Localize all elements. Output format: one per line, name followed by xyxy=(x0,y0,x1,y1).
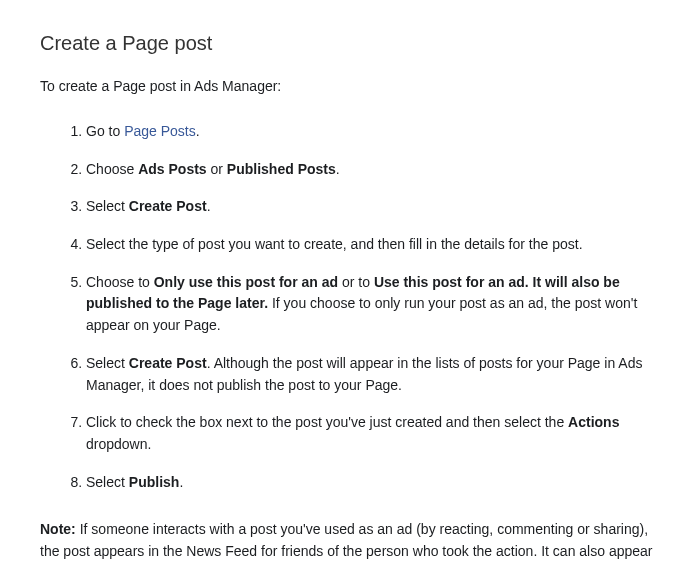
step-text-mid: or to xyxy=(338,274,374,290)
step-7: Click to check the box next to the post … xyxy=(86,412,654,455)
page-title: Create a Page post xyxy=(40,28,654,58)
step-text: Click to check the box next to the post … xyxy=(86,414,568,430)
create-post-bold: Create Post xyxy=(129,198,207,214)
ads-posts-bold: Ads Posts xyxy=(138,161,206,177)
step-8: Select Publish. xyxy=(86,472,654,494)
step-text-suffix: . xyxy=(196,123,200,139)
page-posts-link[interactable]: Page Posts xyxy=(124,123,196,139)
step-text: Choose xyxy=(86,161,138,177)
step-5: Choose to Only use this post for an ad o… xyxy=(86,272,654,337)
actions-bold: Actions xyxy=(568,414,619,430)
note-paragraph: Note: If someone interacts with a post y… xyxy=(40,519,654,567)
step-text-mid: or xyxy=(207,161,227,177)
note-text: If someone interacts with a post you've … xyxy=(40,521,652,567)
published-posts-bold: Published Posts xyxy=(227,161,336,177)
step-6: Select Create Post. Although the post wi… xyxy=(86,353,654,396)
step-text-suffix: . xyxy=(179,474,183,490)
create-post-bold-2: Create Post xyxy=(129,355,207,371)
steps-list: Go to Page Posts. Choose Ads Posts or Pu… xyxy=(40,121,654,493)
step-text: Select the type of post you want to crea… xyxy=(86,236,583,252)
only-use-bold: Only use this post for an ad xyxy=(154,274,338,290)
step-text-suffix: dropdown. xyxy=(86,436,151,452)
step-text: Choose to xyxy=(86,274,154,290)
step-text: Select xyxy=(86,474,129,490)
step-text: Select xyxy=(86,198,129,214)
step-4: Select the type of post you want to crea… xyxy=(86,234,654,256)
step-1: Go to Page Posts. xyxy=(86,121,654,143)
step-2: Choose Ads Posts or Published Posts. xyxy=(86,159,654,181)
note-label: Note: xyxy=(40,521,76,537)
step-3: Select Create Post. xyxy=(86,196,654,218)
step-text-suffix: . xyxy=(207,198,211,214)
step-text: Select xyxy=(86,355,129,371)
publish-bold: Publish xyxy=(129,474,180,490)
step-text: Go to xyxy=(86,123,124,139)
intro-text: To create a Page post in Ads Manager: xyxy=(40,76,654,97)
step-text-suffix: . xyxy=(336,161,340,177)
